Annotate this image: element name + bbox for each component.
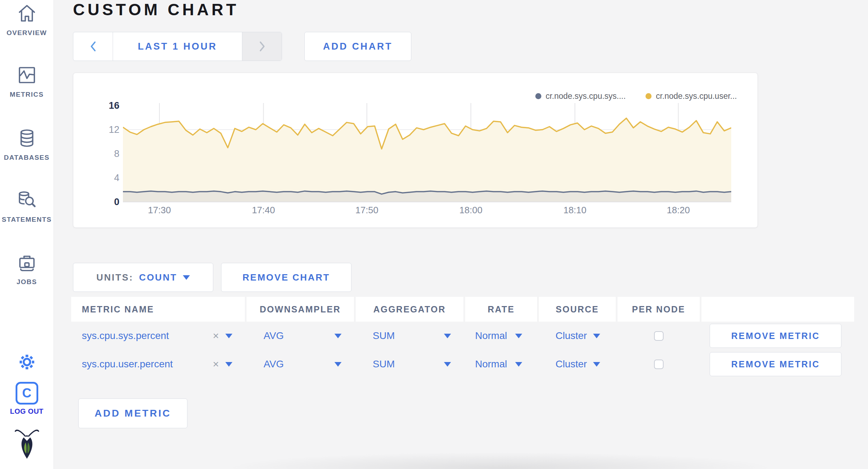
y-axis-tick: 4: [92, 172, 119, 183]
sidebar-item-label: DATABASES: [0, 154, 53, 162]
x-axis-tick: 18:10: [563, 205, 586, 216]
cockroach-bug-logo: [0, 427, 53, 448]
chevron-down-icon: [183, 275, 190, 280]
page-title: CUSTOM CHART: [73, 0, 239, 19]
units-value: COUNT: [139, 272, 177, 283]
column-header-aggregator: AGGREGATOR: [356, 297, 463, 322]
aggregator-select[interactable]: SUM: [356, 350, 463, 378]
time-range-next-button[interactable]: [242, 32, 282, 61]
sidebar-item-jobs[interactable]: JOBS: [0, 253, 53, 286]
x-axis-tick: 17:30: [148, 205, 171, 216]
table-row-metric-select[interactable]: sys.cpu.user.percent ×: [71, 350, 245, 378]
chevron-down-icon: [334, 362, 342, 367]
sidebar-item-overview[interactable]: OVERVIEW: [0, 4, 53, 37]
metrics-table: METRIC NAME DOWNSAMPLER AGGREGATOR RATE …: [71, 297, 854, 378]
sidebar-item-logout[interactable]: C LOG OUT: [0, 382, 53, 416]
rate-select[interactable]: Normal: [465, 322, 537, 350]
chevron-down-icon: [593, 362, 600, 367]
y-axis-tick: 12: [92, 124, 119, 135]
sidebar-item-databases[interactable]: DATABASES: [0, 128, 53, 162]
chevron-down-icon: [515, 362, 522, 367]
logout-label: LOG OUT: [0, 407, 53, 416]
main-content: CUSTOM CHART LAST 1 HOUR ADD CHART cr.no…: [54, 0, 868, 469]
x-axis-tick: 17:50: [355, 205, 378, 216]
add-chart-button[interactable]: ADD CHART: [304, 32, 411, 61]
gear-icon: [0, 353, 53, 373]
chevron-down-icon: [515, 334, 522, 338]
jobs-icon: [0, 253, 53, 273]
column-header-rate: RATE: [465, 297, 537, 322]
chevron-down-icon: [444, 362, 451, 367]
sidebar-item-label: OVERVIEW: [0, 29, 53, 37]
timeseries-plot: [123, 103, 731, 204]
units-label: UNITS:: [96, 272, 134, 283]
cockroach-c-logo-icon: C: [16, 382, 38, 405]
source-select[interactable]: Cluster: [539, 322, 616, 350]
column-header-source: SOURCE: [539, 297, 616, 322]
sidebar-item-label: JOBS: [0, 278, 53, 286]
sidebar: OVERVIEW METRICS DATABASES: [0, 0, 54, 469]
time-range-prev-button[interactable]: [73, 32, 113, 61]
page-bottom-shadow: [224, 452, 776, 469]
sidebar-item-metrics[interactable]: METRICS: [0, 65, 53, 98]
chevron-right-icon: [259, 41, 265, 52]
column-header-per-node: PER NODE: [618, 297, 700, 322]
column-header-actions: [701, 297, 854, 322]
chart-legend: cr.node.sys.cpu.sys.... cr.node.sys.cpu.…: [535, 91, 737, 101]
add-metric-button[interactable]: ADD METRIC: [78, 399, 187, 428]
remove-metric-button[interactable]: REMOVE METRIC: [710, 352, 841, 376]
chevron-down-icon: [444, 334, 451, 338]
legend-item-user[interactable]: cr.node.sys.cpu.user...: [646, 91, 737, 101]
sidebar-item-label: STATEMENTS: [0, 216, 53, 224]
downsampler-select[interactable]: AVG: [247, 350, 354, 378]
statements-icon: [0, 190, 53, 211]
time-range-value[interactable]: LAST 1 HOUR: [113, 32, 242, 61]
actions-cell: REMOVE METRIC: [701, 322, 854, 350]
controls-row: LAST 1 HOUR ADD CHART: [73, 32, 411, 61]
chart-card: cr.node.sys.cpu.sys.... cr.node.sys.cpu.…: [73, 73, 758, 228]
sidebar-item-label: METRICS: [0, 91, 53, 98]
aggregator-select[interactable]: SUM: [356, 322, 463, 350]
chevron-down-icon: [334, 334, 342, 338]
column-header-metric-name: METRIC NAME: [71, 297, 245, 322]
home-icon: [0, 4, 53, 24]
chevron-left-icon: [90, 41, 96, 52]
column-header-downsampler: DOWNSAMPLER: [247, 297, 354, 322]
chart-options-row: UNITS: COUNT REMOVE CHART: [73, 263, 351, 292]
chevron-down-icon[interactable]: [225, 362, 232, 367]
metrics-icon: [0, 65, 53, 86]
sidebar-item-settings[interactable]: [0, 353, 53, 373]
legend-dot-icon: [535, 93, 541, 99]
per-node-cell: [618, 322, 700, 350]
clear-icon[interactable]: ×: [213, 358, 219, 370]
per-node-checkbox[interactable]: [654, 360, 664, 369]
remove-metric-button[interactable]: REMOVE METRIC: [710, 324, 841, 348]
per-node-cell: [618, 350, 700, 378]
remove-chart-button[interactable]: REMOVE CHART: [221, 263, 351, 292]
cockroach-bug-icon: [0, 427, 53, 448]
y-axis-tick: 16: [92, 100, 119, 111]
y-axis-tick: 0: [92, 196, 119, 208]
per-node-checkbox[interactable]: [654, 331, 664, 341]
legend-item-sys[interactable]: cr.node.sys.cpu.sys....: [535, 91, 626, 101]
legend-dot-icon: [646, 93, 652, 99]
x-axis-tick: 17:40: [252, 205, 275, 216]
downsampler-select[interactable]: AVG: [247, 322, 354, 350]
source-select[interactable]: Cluster: [539, 350, 616, 378]
x-axis-tick: 18:00: [460, 205, 483, 216]
chevron-down-icon[interactable]: [225, 334, 232, 338]
x-axis-tick: 18:20: [667, 205, 690, 216]
sidebar-item-statements[interactable]: STATEMENTS: [0, 190, 53, 224]
rate-select[interactable]: Normal: [465, 350, 537, 378]
units-dropdown[interactable]: UNITS: COUNT: [73, 263, 213, 292]
y-axis-tick: 8: [92, 148, 119, 159]
actions-cell: REMOVE METRIC: [701, 350, 854, 378]
databases-icon: [0, 128, 53, 149]
table-row-metric-select[interactable]: sys.cpu.sys.percent ×: [71, 322, 245, 350]
time-range-picker: LAST 1 HOUR: [73, 32, 282, 61]
clear-icon[interactable]: ×: [213, 330, 219, 342]
chevron-down-icon: [593, 334, 600, 338]
